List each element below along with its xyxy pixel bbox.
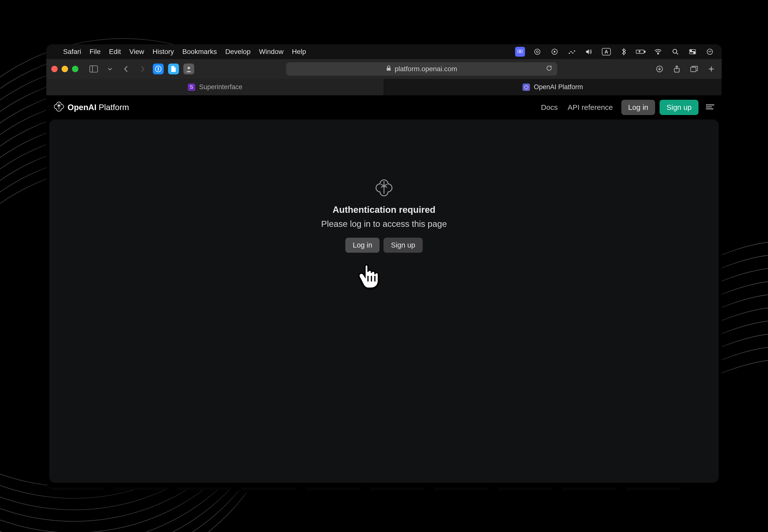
svg-point-1 — [520, 51, 521, 52]
svg-point-9 — [574, 50, 575, 52]
tab-label: OpenAI Platform — [534, 83, 583, 91]
back-button[interactable] — [120, 63, 132, 75]
wifi-icon[interactable] — [653, 47, 663, 57]
auth-login-button[interactable]: Log in — [345, 238, 379, 253]
tab-label: Superinterface — [199, 83, 242, 91]
menu-help[interactable]: Help — [292, 48, 306, 56]
menu-edit[interactable]: Edit — [109, 48, 121, 56]
svg-point-12 — [658, 53, 659, 54]
tab-group-chevron-icon[interactable] — [104, 63, 116, 75]
svg-rect-26 — [387, 68, 391, 71]
svg-rect-29 — [691, 67, 696, 72]
svg-point-16 — [690, 50, 692, 51]
new-tab-icon[interactable] — [706, 64, 717, 74]
window-controls — [51, 66, 78, 72]
forward-button — [136, 63, 148, 75]
header-login-button[interactable]: Log in — [621, 100, 655, 115]
tab-superinterface[interactable]: S Superinterface — [46, 79, 384, 95]
extension-1password-icon[interactable] — [153, 64, 164, 74]
favicon-superinterface-icon: S — [188, 83, 195, 91]
brand-name-light: Platform — [99, 103, 129, 112]
browser-toolbar: platform.openai.com — [46, 59, 722, 79]
svg-point-6 — [569, 53, 570, 54]
app-name-menu[interactable]: Safari — [63, 48, 81, 56]
svg-rect-11 — [644, 51, 645, 52]
svg-point-13 — [673, 49, 677, 53]
macos-menubar: Safari File Edit View History Bookmarks … — [46, 44, 722, 59]
sidebar-toggle-icon[interactable] — [88, 63, 100, 75]
menu-view[interactable]: View — [129, 48, 144, 56]
safari-window: Safari File Edit View History Bookmarks … — [46, 44, 722, 488]
svg-rect-20 — [90, 66, 98, 72]
svg-point-2 — [535, 49, 540, 54]
page-content: Authentication required Please log in to… — [49, 119, 719, 483]
menu-window[interactable]: Window — [259, 48, 284, 56]
svg-point-18 — [694, 52, 695, 54]
brand-name-bold: OpenAI — [68, 103, 96, 112]
extension-profile-icon[interactable] — [183, 64, 194, 74]
control-center-icon[interactable] — [688, 47, 698, 57]
auth-required-panel: Authentication required Please log in to… — [49, 179, 719, 253]
header-signup-button[interactable]: Sign up — [660, 100, 699, 115]
svg-rect-23 — [158, 67, 159, 71]
svg-point-7 — [571, 51, 572, 52]
lock-icon — [386, 65, 391, 73]
menu-file[interactable]: File — [89, 48, 101, 56]
now-playing-icon[interactable] — [550, 47, 560, 57]
nav-docs[interactable]: Docs — [541, 103, 558, 112]
menu-history[interactable]: History — [152, 48, 174, 56]
openai-logo-icon — [54, 101, 64, 114]
svg-point-8 — [572, 52, 574, 54]
brand-logo[interactable]: OpenAI Platform — [54, 101, 129, 114]
status-circle-icon[interactable] — [532, 47, 542, 57]
volume-icon[interactable] — [584, 47, 594, 57]
auth-title: Authentication required — [332, 205, 435, 215]
page-header: OpenAI Platform Docs API reference Log i… — [46, 96, 722, 119]
tab-openai-platform[interactable]: OpenAI Platform — [384, 79, 722, 95]
extension-notes-icon[interactable] — [168, 64, 179, 74]
reload-icon[interactable] — [546, 65, 552, 73]
menu-develop[interactable]: Develop — [225, 48, 251, 56]
auth-signup-button[interactable]: Sign up — [383, 238, 423, 253]
minimize-window-button[interactable] — [62, 66, 68, 72]
openai-logo-large-icon — [375, 179, 393, 196]
screen-recording-icon[interactable] — [515, 47, 525, 57]
battery-icon[interactable] — [636, 47, 646, 57]
address-text: platform.openai.com — [395, 65, 457, 73]
svg-marker-5 — [554, 50, 556, 53]
nav-api-reference[interactable]: API reference — [568, 103, 613, 112]
close-window-button[interactable] — [51, 66, 58, 72]
maximize-window-button[interactable] — [72, 66, 78, 72]
svg-point-25 — [187, 67, 190, 69]
tab-strip: S Superinterface OpenAI Platform — [46, 79, 722, 96]
svg-point-3 — [536, 51, 538, 53]
search-icon[interactable] — [670, 47, 680, 57]
favicon-openai-icon — [523, 83, 530, 91]
svg-line-14 — [676, 53, 678, 54]
hamburger-menu-icon[interactable] — [706, 104, 714, 111]
siri-icon[interactable] — [705, 47, 715, 57]
downloads-icon[interactable] — [654, 64, 665, 74]
menu-bookmarks[interactable]: Bookmarks — [182, 48, 217, 56]
keyboard-input-icon[interactable]: A — [601, 47, 611, 57]
bluetooth-icon[interactable] — [619, 47, 629, 57]
tabs-overview-icon[interactable] — [689, 64, 700, 74]
auth-subtitle: Please log in to access this page — [321, 219, 447, 229]
display-arrangement-icon[interactable] — [567, 47, 577, 57]
share-icon[interactable] — [671, 64, 682, 74]
address-bar[interactable]: platform.openai.com — [286, 62, 557, 76]
